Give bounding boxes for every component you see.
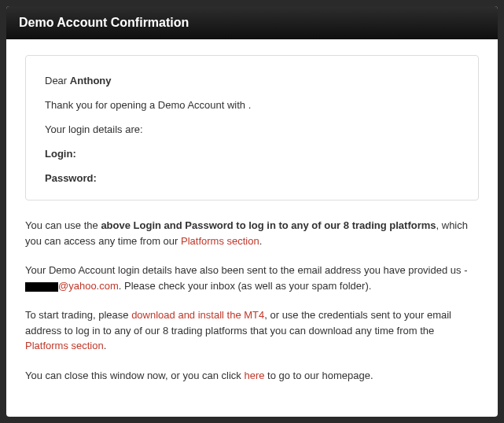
platforms-section-link[interactable]: Platforms section bbox=[181, 235, 259, 247]
platforms-section-link-2[interactable]: Platforms section bbox=[25, 340, 104, 351]
download-paragraph: To start trading, please download and in… bbox=[25, 307, 479, 354]
modal-body: Dear Anthony Thank you for opening a Dem… bbox=[6, 39, 498, 417]
redacted-email-prefix bbox=[25, 282, 58, 292]
email-paragraph: Your Demo Account login details have als… bbox=[25, 263, 479, 293]
recipient-name: Anthony bbox=[70, 75, 112, 86]
download-mt4-link[interactable]: download and install the MT4 bbox=[131, 309, 264, 321]
email-address: @yahoo.com bbox=[58, 280, 119, 292]
login-details-box: Dear Anthony Thank you for opening a Dem… bbox=[25, 55, 479, 200]
login-label: Login: bbox=[45, 148, 459, 160]
body-text: You can use the above Login and Password… bbox=[25, 218, 479, 383]
modal-title: Demo Account Confirmation bbox=[19, 16, 189, 29]
confirmation-modal: Demo Account Confirmation Dear Anthony T… bbox=[6, 6, 498, 417]
greeting-line: Dear Anthony bbox=[45, 75, 459, 86]
close-paragraph: You can close this window now, or you ca… bbox=[25, 368, 479, 384]
modal-header: Demo Account Confirmation bbox=[6, 6, 498, 39]
homepage-link[interactable]: here bbox=[244, 370, 264, 381]
login-intro: Your login details are: bbox=[45, 123, 459, 135]
password-label: Password: bbox=[45, 172, 459, 184]
platforms-paragraph: You can use the above Login and Password… bbox=[25, 218, 479, 248]
thankyou-line: Thank you for opening a Demo Account wit… bbox=[45, 99, 459, 111]
